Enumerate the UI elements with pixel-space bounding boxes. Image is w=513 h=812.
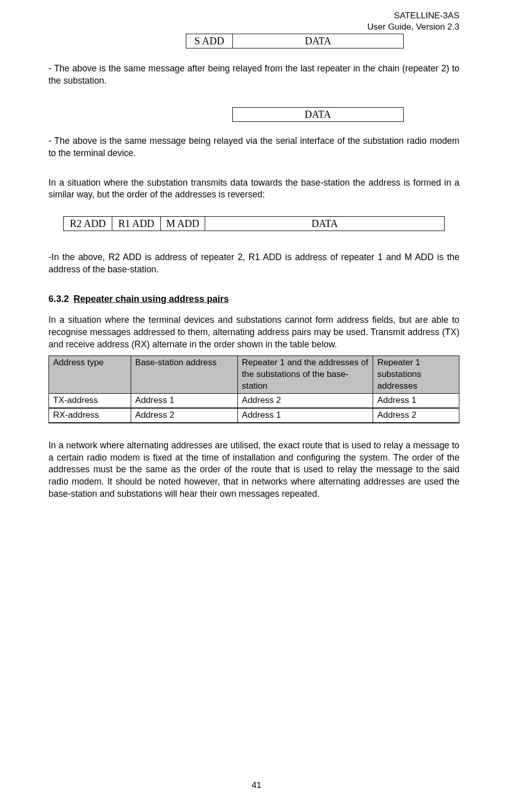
addr-r2c2: Address 2 <box>131 408 237 423</box>
page-header: SATELLINE-3AS User Guide, Version 2.3 <box>48 10 459 33</box>
message-diagram-1: S ADD DATA <box>130 34 459 48</box>
msg3-r2add: R2 ADD <box>64 216 112 231</box>
addr-th-2: Base-station address <box>131 356 237 394</box>
page-number: 41 <box>0 780 513 792</box>
table-row: RX-address Address 2 Address 1 Address 2 <box>49 408 459 423</box>
msg3-data: DATA <box>205 216 445 231</box>
paragraph-4: -In the above, R2 ADD is address of repe… <box>48 251 459 275</box>
addr-r2c4: Address 2 <box>373 408 459 423</box>
addr-th-3: Repeater 1 and the addresses of the subs… <box>237 356 373 394</box>
addr-r1c1: TX-address <box>49 394 131 408</box>
page: SATELLINE-3AS User Guide, Version 2.3 S … <box>0 0 513 812</box>
paragraph-6: In a network where alternating addresses… <box>48 440 459 500</box>
section-title: Repeater chain using address pairs <box>74 294 229 304</box>
paragraph-1: - The above is the same message after be… <box>48 63 459 87</box>
msg3-r1add: R1 ADD <box>112 216 161 231</box>
msg1-data: DATA <box>233 34 404 48</box>
header-line2: User Guide, Version 2.3 <box>48 21 459 33</box>
section-heading: 6.3.2 Repeater chain using address pairs <box>48 293 459 305</box>
addr-r2c3: Address 1 <box>237 408 373 423</box>
addr-r2c1: RX-address <box>49 408 131 423</box>
table-row: TX-address Address 1 Address 2 Address 1 <box>49 394 459 408</box>
addr-r1c2: Address 1 <box>131 394 237 408</box>
addr-r1c4: Address 1 <box>373 394 459 408</box>
paragraph-2: - The above is the same message being re… <box>48 135 459 159</box>
section-number: 6.3.2 <box>48 294 69 304</box>
header-line1: SATELLINE-3AS <box>48 10 459 21</box>
msg2-data: DATA <box>232 108 403 122</box>
addr-th-4: Repeater 1 substations addresses <box>373 356 459 394</box>
msg3-madd: M ADD <box>161 216 205 231</box>
message-diagram-2: DATA <box>176 107 459 122</box>
address-table: Address type Base-station address Repeat… <box>48 356 459 423</box>
paragraph-3: In a situation where the substation tran… <box>48 177 459 201</box>
addr-r1c3: Address 2 <box>237 394 373 408</box>
paragraph-5: In a situation where the terminal device… <box>48 314 459 350</box>
message-diagram-3: R2 ADD R1 ADD M ADD DATA <box>48 216 459 231</box>
msg1-sadd: S ADD <box>186 34 233 48</box>
addr-th-1: Address type <box>49 356 131 394</box>
